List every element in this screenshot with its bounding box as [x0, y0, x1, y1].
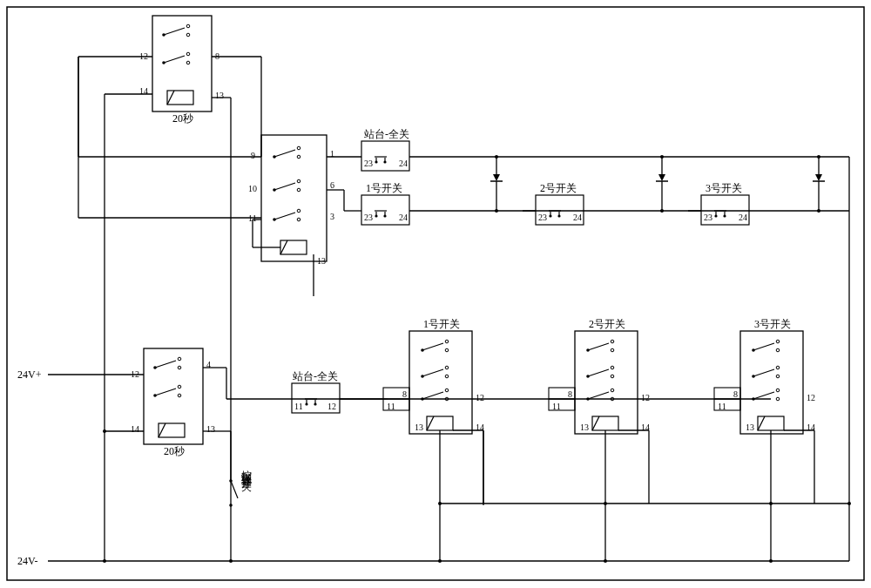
pin-8-3: 8 [733, 390, 738, 399]
schematic-page: 24V+ 24V- 20秒 20秒 站台-全关 1号开关 2号开关 3号开关 站… [0, 0, 871, 588]
pin-24-b: 24 [399, 213, 408, 222]
svg-point-97 [438, 559, 442, 563]
label-switch2-bottom: 2号开关 [589, 319, 625, 329]
pin-10: 10 [248, 185, 257, 193]
pin-12-2: 12 [641, 394, 650, 402]
pin-11-3: 11 [718, 402, 726, 411]
svg-point-94 [660, 209, 664, 213]
pin-12-pc: 12 [327, 402, 336, 411]
svg-point-96 [229, 559, 233, 563]
pin-13b: 13 [317, 257, 326, 266]
label-switch3-top: 3号开关 [706, 183, 742, 193]
svg-point-102 [769, 502, 773, 505]
pin-4: 4 [206, 361, 211, 369]
svg-point-103 [847, 502, 851, 505]
svg-point-91 [660, 155, 664, 159]
pin-23-b: 23 [364, 213, 373, 222]
pin-12-3: 12 [807, 394, 815, 402]
pin-13c: 13 [206, 425, 215, 434]
pin-13-1: 13 [415, 423, 423, 432]
pin-1: 1 [330, 150, 334, 159]
label-20s-bottom: 20秒 [164, 446, 185, 456]
pin-11-pc: 11 [294, 402, 303, 411]
label-switch1-bottom: 1号开关 [423, 319, 460, 329]
pin-14: 14 [139, 87, 148, 96]
pin-8-2: 8 [568, 390, 572, 399]
svg-point-98 [604, 559, 607, 563]
label-24v-plus: 24V+ [17, 369, 41, 380]
pin-8: 8 [215, 52, 219, 61]
pin-13-2: 13 [580, 423, 589, 432]
label-20s-top: 20秒 [172, 113, 193, 124]
pin-12b: 12 [131, 370, 139, 379]
pin-11-2: 11 [552, 402, 561, 411]
label-control-level-selector: 控制级选择开关 [240, 462, 252, 474]
label-24v-minus: 24V- [17, 556, 38, 566]
pin-24-a: 24 [399, 159, 408, 168]
svg-rect-16 [7, 7, 864, 580]
svg-rect-75 [575, 331, 638, 434]
pin-23-d: 23 [704, 213, 712, 222]
pin-24-c: 24 [573, 213, 582, 222]
label-platform-all-close-bottom: 站台-全关 [293, 371, 338, 382]
svg-point-92 [817, 155, 820, 159]
svg-rect-68 [409, 331, 472, 434]
pin-8-1: 8 [402, 390, 407, 399]
svg-rect-80 [740, 331, 803, 434]
svg-rect-21 [152, 16, 212, 112]
pin-9: 9 [251, 152, 255, 160]
svg-point-95 [817, 209, 820, 213]
svg-point-93 [495, 209, 498, 213]
label-switch2-top: 2号开关 [540, 183, 577, 193]
svg-point-105 [103, 559, 106, 563]
svg-point-104 [103, 429, 106, 433]
schematic-svg [0, 0, 871, 588]
pin-23-a: 23 [364, 159, 373, 168]
pin-24-d: 24 [739, 213, 747, 222]
pin-13: 13 [215, 91, 224, 100]
pin-13-3: 13 [746, 423, 754, 432]
pin-14-2: 14 [641, 423, 650, 432]
label-switch1-top: 1号开关 [366, 183, 402, 193]
pin-14-3: 14 [807, 423, 815, 432]
svg-point-99 [769, 559, 773, 563]
pin-6: 6 [330, 181, 334, 190]
label-platform-all-close-top: 站台-全关 [364, 129, 409, 139]
pin-3: 3 [330, 213, 334, 221]
svg-point-90 [495, 155, 498, 159]
pin-14-1: 14 [476, 423, 484, 432]
pin-11-1: 11 [387, 402, 395, 411]
pin-23-c: 23 [538, 213, 547, 222]
svg-rect-28 [261, 135, 327, 261]
pin-12: 12 [139, 52, 148, 61]
svg-rect-57 [144, 348, 203, 444]
label-switch3-bottom: 3号开关 [754, 319, 791, 329]
svg-point-100 [438, 502, 442, 505]
pin-14b: 14 [131, 425, 139, 434]
pin-11: 11 [248, 214, 257, 223]
svg-point-101 [604, 502, 607, 505]
pin-12-1: 12 [476, 394, 484, 402]
